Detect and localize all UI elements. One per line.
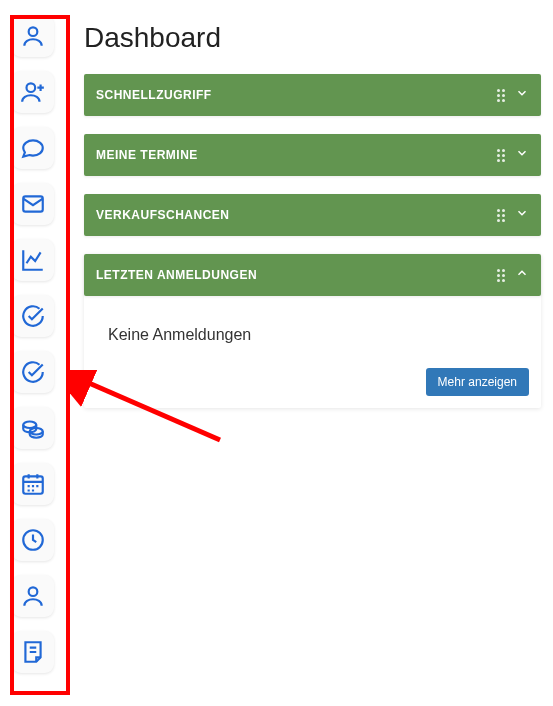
calendar-icon	[20, 471, 46, 497]
svg-point-1	[27, 83, 36, 92]
user-icon	[20, 583, 46, 609]
check-circle-icon	[20, 303, 46, 329]
coins-icon	[20, 415, 46, 441]
main-content: Dashboard SCHNELLZUGRIFF MEINE TERMINE V…	[66, 0, 553, 706]
sidebar-item-check-2[interactable]	[12, 351, 54, 393]
sidebar-item-user-add[interactable]	[12, 71, 54, 113]
panel-header[interactable]: LETZTEN ANMELDUNGEN	[84, 254, 541, 296]
chevron-down-icon[interactable]	[515, 206, 529, 224]
panel-footer: Mehr anzeigen	[84, 360, 541, 408]
panel-letzte-anmeldungen: LETZTEN ANMELDUNGEN Keine Anmeldungen Me…	[84, 254, 541, 408]
clock-icon	[20, 527, 46, 553]
panel-controls	[497, 266, 529, 284]
panel-title: MEINE TERMINE	[96, 148, 198, 162]
page-title: Dashboard	[84, 22, 541, 54]
svg-point-0	[29, 27, 38, 36]
panel-body: Keine Anmeldungen	[84, 296, 541, 360]
chevron-down-icon[interactable]	[515, 86, 529, 104]
svg-point-7	[29, 587, 38, 596]
sidebar	[0, 0, 66, 706]
sidebar-item-calendar[interactable]	[12, 463, 54, 505]
drag-handle-icon[interactable]	[497, 209, 505, 222]
sidebar-item-coins[interactable]	[12, 407, 54, 449]
panel-title: SCHNELLZUGRIFF	[96, 88, 212, 102]
more-button[interactable]: Mehr anzeigen	[426, 368, 529, 396]
panel-controls	[497, 206, 529, 224]
panel-title: LETZTEN ANMELDUNGEN	[96, 268, 257, 282]
drag-handle-icon[interactable]	[497, 269, 505, 282]
mail-icon	[20, 191, 46, 217]
user-plus-icon	[20, 79, 46, 105]
chat-icon	[20, 135, 46, 161]
panel-controls	[497, 86, 529, 104]
user-icon	[20, 23, 46, 49]
panel-meine-termine[interactable]: MEINE TERMINE	[84, 134, 541, 176]
drag-handle-icon[interactable]	[497, 149, 505, 162]
chevron-up-icon[interactable]	[515, 266, 529, 284]
check-circle-icon	[20, 359, 46, 385]
panel-controls	[497, 146, 529, 164]
sidebar-item-note[interactable]	[12, 631, 54, 673]
chevron-down-icon[interactable]	[515, 146, 529, 164]
note-icon	[20, 639, 46, 665]
sidebar-item-chat[interactable]	[12, 127, 54, 169]
sidebar-item-chart[interactable]	[12, 239, 54, 281]
panel-verkaufschancen[interactable]: VERKAUFSCHANCEN	[84, 194, 541, 236]
sidebar-item-check-1[interactable]	[12, 295, 54, 337]
sidebar-item-user-2[interactable]	[12, 575, 54, 617]
svg-point-3	[23, 422, 36, 429]
empty-message: Keine Anmeldungen	[108, 326, 517, 344]
sidebar-item-mail[interactable]	[12, 183, 54, 225]
panel-title: VERKAUFSCHANCEN	[96, 208, 230, 222]
sidebar-item-clock[interactable]	[12, 519, 54, 561]
panel-schnellzugriff[interactable]: SCHNELLZUGRIFF	[84, 74, 541, 116]
sidebar-item-user[interactable]	[12, 15, 54, 57]
drag-handle-icon[interactable]	[497, 89, 505, 102]
chart-line-icon	[20, 247, 46, 273]
